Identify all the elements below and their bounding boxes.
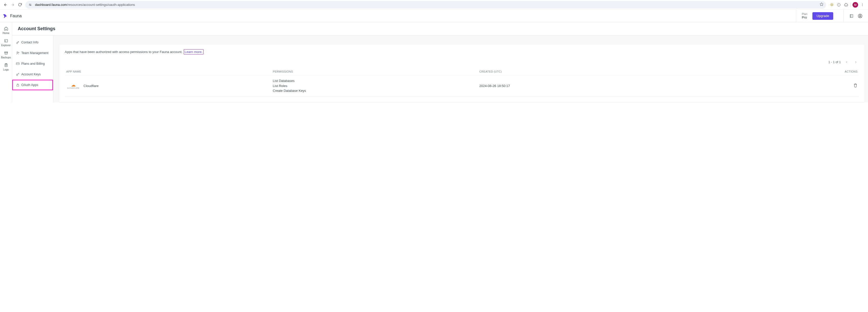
extension-icon-2[interactable] — [835, 1, 842, 8]
credit-card-icon — [16, 62, 20, 66]
svg-point-17 — [862, 3, 863, 4]
key-icon — [16, 72, 20, 76]
svg-rect-34 — [16, 63, 19, 65]
svg-line-10 — [831, 4, 831, 4]
svg-point-2 — [29, 4, 30, 4]
browser-forward-button[interactable] — [9, 1, 16, 8]
svg-rect-26 — [5, 53, 7, 54]
created-cell: 2024-08-26 18:50:17 — [478, 75, 780, 97]
subnav-item-team-management[interactable]: Team Management — [12, 48, 53, 58]
home-icon — [4, 26, 8, 31]
subnav-item-plans-billing[interactable]: Plans and Billing — [12, 58, 53, 69]
reload-icon — [18, 3, 22, 7]
url-path: /resources/account-settings/oauth-applic… — [67, 3, 135, 7]
subnav-item-label: Contact Info — [21, 40, 38, 44]
permission-item: Create Database Keys — [273, 88, 476, 93]
clipboard-icon — [4, 63, 8, 67]
learn-more-link[interactable]: Learn more. — [184, 49, 204, 55]
svg-point-3 — [30, 5, 31, 6]
svg-line-11 — [833, 5, 833, 6]
subnav-item-label: Account Keys — [21, 72, 41, 76]
site-settings-icon[interactable] — [28, 3, 32, 7]
svg-line-12 — [831, 5, 831, 6]
pagination-controls: 1 - 1 of 1 — [65, 59, 859, 65]
svg-rect-24 — [5, 39, 8, 42]
browser-toolbar: dashboard.fauna.com/resources/account-se… — [0, 0, 868, 10]
extensions-puzzle-icon[interactable] — [842, 1, 849, 8]
account-icon[interactable] — [856, 12, 864, 20]
vendor-wordmark: CLOUDFLARE — [67, 87, 80, 89]
subnav-item-account-keys[interactable]: Account Keys — [12, 69, 53, 80]
browser-url-bar[interactable]: dashboard.fauna.com/resources/account-se… — [25, 1, 826, 9]
extension-icon-1[interactable] — [828, 1, 835, 8]
column-header-actions: ACTIONS — [780, 68, 859, 75]
column-header-permissions: PERMISSIONS — [271, 68, 478, 75]
oauth-apps-table: APP NAME PERMISSIONS CREATED (UTC) ACTIO… — [65, 68, 859, 97]
delete-app-button[interactable] — [853, 83, 858, 88]
svg-point-23 — [860, 15, 861, 16]
left-rail: Home Explorer Backups Logs — [0, 22, 12, 102]
docs-icon[interactable] — [847, 12, 856, 20]
rail-item-backups[interactable]: Backups — [0, 49, 12, 61]
subnav-item-contact-info[interactable]: Contact Info — [12, 37, 53, 48]
subnav-item-label: OAuth Apps — [21, 83, 38, 87]
svg-marker-4 — [820, 3, 823, 6]
browser-kebab-menu[interactable] — [859, 1, 866, 8]
trash-icon — [853, 83, 858, 88]
page-title-bar: Account Settings — [12, 22, 868, 35]
subnav-item-oauth-apps[interactable]: OAuth Apps — [12, 80, 53, 90]
user-plus-icon — [16, 51, 20, 55]
brand-name: Fauna — [10, 14, 22, 18]
lock-icon — [16, 83, 20, 87]
page-range-text: 1 - 1 of 1 — [828, 60, 841, 64]
pagination-prev-button[interactable] — [843, 59, 850, 65]
bookmark-star-icon[interactable] — [819, 2, 824, 7]
settings-subnav: Contact Info Team Management Plans and B… — [12, 35, 53, 102]
app-name-cell: ☁ CLOUDFLARE Cloudflare — [66, 83, 270, 89]
chevron-left-icon — [845, 60, 848, 64]
rail-item-label: Explorer — [1, 44, 11, 47]
column-header-created: CREATED (UTC) — [478, 68, 780, 75]
url-host: dashboard.fauna.com — [35, 3, 67, 7]
profile-avatar: M — [852, 2, 858, 8]
plan-label: Plan — [802, 12, 807, 15]
main-area: Apps that have been authorized with acce… — [53, 35, 868, 102]
plan-value: Pro — [802, 15, 807, 19]
app-logo[interactable]: Fauna — [3, 13, 22, 19]
arrow-right-icon — [11, 3, 15, 7]
page-title: Account Settings — [18, 26, 55, 31]
rail-item-label: Home — [3, 32, 9, 34]
avatar-initial: M — [854, 3, 856, 6]
terminal-icon — [4, 38, 8, 43]
rail-item-label: Logs — [3, 68, 9, 71]
pagination-next-button[interactable] — [852, 59, 859, 65]
panel-description-text: Apps that have been authorized with acce… — [65, 50, 183, 54]
svg-point-36 — [17, 74, 18, 75]
app-name: Cloudflare — [84, 84, 98, 88]
cloudflare-icon: ☁ CLOUDFLARE — [66, 83, 81, 89]
browser-reload-button[interactable] — [16, 1, 23, 8]
rail-item-explorer[interactable]: Explorer — [0, 36, 12, 49]
rail-item-logs[interactable]: Logs — [0, 61, 12, 73]
archive-icon — [4, 51, 8, 55]
rail-item-home[interactable]: Home — [0, 24, 12, 36]
browser-separator — [850, 3, 851, 7]
chevron-right-icon — [854, 60, 858, 64]
subnav-item-label: Plans and Billing — [21, 62, 45, 65]
browser-back-button[interactable] — [2, 1, 9, 8]
upgrade-button[interactable]: Upgrade — [812, 12, 833, 20]
app-header: Fauna Plan Pro Upgrade — [0, 10, 868, 22]
browser-profile-button[interactable]: M — [852, 1, 859, 8]
svg-point-19 — [862, 6, 863, 6]
svg-rect-39 — [17, 85, 19, 86]
fauna-bird-icon — [3, 13, 8, 19]
browser-right-actions: M — [828, 1, 866, 8]
subnav-item-label: Team Management — [21, 51, 49, 55]
rail-item-label: Backups — [1, 56, 11, 59]
panel-description: Apps that have been authorized with acce… — [65, 50, 859, 54]
table-row: ☁ CLOUDFLARE Cloudflare List Databases L… — [65, 75, 859, 97]
svg-line-13 — [833, 4, 833, 4]
svg-point-16 — [839, 5, 839, 6]
svg-point-31 — [17, 52, 18, 53]
svg-point-18 — [862, 5, 863, 5]
